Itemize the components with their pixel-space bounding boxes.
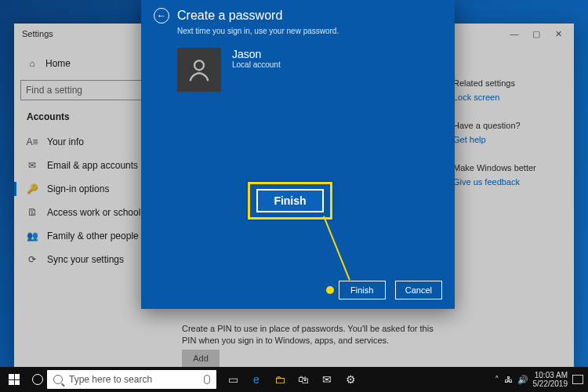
svg-point-0 xyxy=(194,60,204,70)
user-type: Local account xyxy=(232,60,281,69)
dialog-header: ← Create a password xyxy=(154,6,442,25)
back-button[interactable]: ← xyxy=(154,8,169,24)
tray-chevron-up-icon[interactable]: ˄ xyxy=(495,375,499,385)
gear-icon: ⚙ xyxy=(346,373,356,386)
avatar xyxy=(177,48,221,92)
clock-date: 5/22/2019 xyxy=(533,379,568,388)
clock-time: 10:03 AM xyxy=(533,371,568,379)
mail-button[interactable]: ✉ xyxy=(315,367,339,392)
dialog-title: Create a password xyxy=(177,9,282,23)
dialog-button-row: Finish Cancel xyxy=(326,281,442,299)
microphone-icon xyxy=(204,375,210,384)
cortana-icon xyxy=(32,374,43,385)
user-name: Jason xyxy=(232,48,281,60)
store-icon: 🛍 xyxy=(298,373,309,386)
taskbar-clock[interactable]: 10:03 AM 5/22/2019 xyxy=(533,371,568,388)
finish-callout-highlight: Finish xyxy=(248,182,332,220)
finish-button-label: Finish xyxy=(350,285,373,295)
taskbar-search-input[interactable]: Type here to search xyxy=(47,370,216,389)
task-view-icon: ▭ xyxy=(228,373,238,386)
user-info-row: Jason Local account xyxy=(154,48,442,92)
tray-network-icon[interactable]: 🖧 xyxy=(504,375,513,384)
person-icon xyxy=(186,56,212,83)
taskbar: Type here to search ▭ e 🗀 🛍 ✉ ⚙ ˄ 🖧 🔊 10… xyxy=(0,367,588,392)
windows-logo-icon xyxy=(9,374,20,385)
folder-icon: 🗀 xyxy=(274,373,285,386)
taskbar-pinned-apps: ▭ e 🗀 🛍 ✉ ⚙ xyxy=(221,367,362,392)
start-button[interactable] xyxy=(0,367,28,392)
taskbar-search-placeholder: Type here to search xyxy=(69,374,152,385)
system-tray: ˄ 🖧 🔊 10:03 AM 5/22/2019 xyxy=(495,371,589,388)
finish-callout-button[interactable]: Finish xyxy=(256,189,324,212)
mail-icon: ✉ xyxy=(322,373,332,386)
finish-button[interactable]: Finish xyxy=(339,281,386,299)
cortana-button[interactable] xyxy=(28,374,47,385)
explorer-button[interactable]: 🗀 xyxy=(268,367,292,392)
cancel-button-label: Cancel xyxy=(405,285,432,295)
create-password-dialog: ← Create a password Next time you sign i… xyxy=(141,0,455,309)
task-view-button[interactable]: ▭ xyxy=(221,367,245,392)
search-icon xyxy=(53,375,63,384)
store-button[interactable]: 🛍 xyxy=(292,367,315,392)
action-center-button[interactable] xyxy=(572,375,583,384)
cancel-button[interactable]: Cancel xyxy=(395,281,442,299)
callout-connector-dot xyxy=(326,286,334,294)
tray-volume-icon[interactable]: 🔊 xyxy=(517,375,528,385)
edge-icon: e xyxy=(253,373,260,386)
dialog-subtitle: Next time you sign in, use your new pass… xyxy=(154,25,442,48)
edge-button[interactable]: e xyxy=(245,367,268,392)
finish-callout-label: Finish xyxy=(274,194,306,207)
callout-connector-line xyxy=(323,216,350,280)
user-meta: Jason Local account xyxy=(232,48,281,92)
arrow-left-icon: ← xyxy=(157,10,166,21)
settings-taskbar-button[interactable]: ⚙ xyxy=(339,367,362,392)
